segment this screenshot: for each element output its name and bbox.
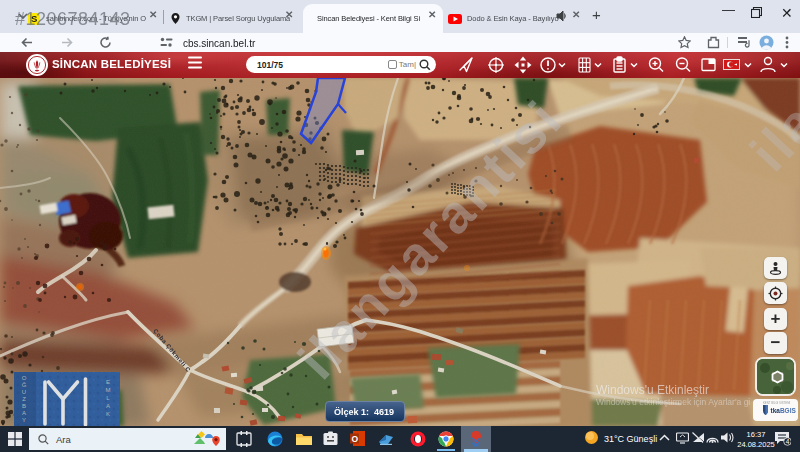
svg-text:tkaBGIS: tkaBGIS: [771, 407, 797, 414]
svg-text:4: 4: [786, 438, 790, 445]
svg-text:KENT BILGI SISTEMI: KENT BILGI SISTEMI: [763, 401, 791, 405]
svg-text:O: O: [352, 434, 359, 444]
